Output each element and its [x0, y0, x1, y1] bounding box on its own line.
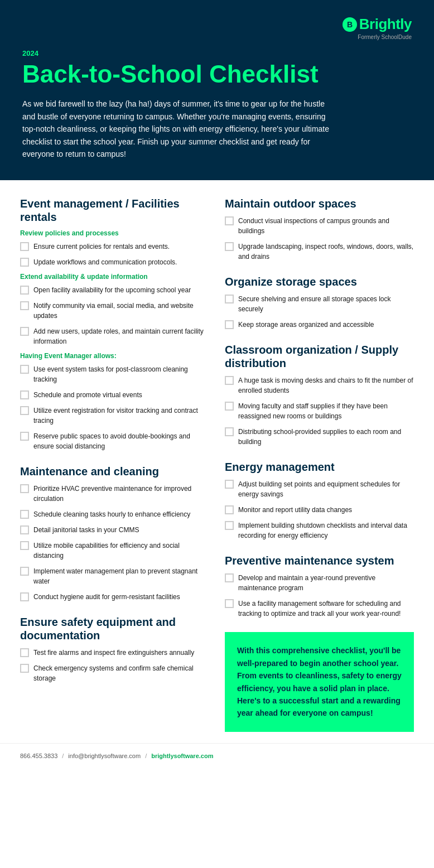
- checklist-item: Moving faculty and staff supplies if the…: [225, 401, 414, 421]
- checklist-item: Upgrade landscaping, inspect roofs, wind…: [225, 242, 414, 262]
- section-classroom-organization: Classroom organization / Supply distribu…: [225, 343, 414, 447]
- footer-website[interactable]: brightlysoftware.com: [151, 753, 213, 759]
- checkbox[interactable]: [225, 599, 234, 608]
- item-text: Open facility availability for the upcom…: [33, 285, 191, 295]
- item-text: Schedule and promote virtual events: [33, 390, 142, 400]
- checklist-item: A huge task is moving desks and chairs t…: [225, 375, 414, 396]
- checklist-item: Open facility availability for the upcom…: [20, 285, 209, 295]
- checkbox[interactable]: [225, 505, 234, 514]
- checkbox[interactable]: [20, 592, 29, 601]
- checkbox[interactable]: [225, 521, 234, 530]
- item-text: Update workflows and communication proto…: [33, 257, 177, 267]
- section-title-classroom-organization: Classroom organization / Supply distribu…: [225, 343, 414, 370]
- callout-box: With this comprehensive checklist, you'l…: [225, 632, 414, 731]
- footer-sep1: /: [62, 753, 64, 759]
- checkbox[interactable]: [20, 648, 29, 657]
- subsection-label-event-management-1: Extend availability & update information: [20, 273, 209, 281]
- checkbox[interactable]: [20, 525, 29, 534]
- year-label: 2024: [22, 49, 412, 57]
- header-description: As we bid farewell to the lazy (ha ha!) …: [22, 98, 335, 160]
- checkbox[interactable]: [20, 541, 29, 550]
- item-text: Detail janitorial tasks in your CMMS: [33, 525, 139, 535]
- checkbox[interactable]: [20, 664, 29, 673]
- checkbox[interactable]: [225, 480, 234, 489]
- section-title-maintenance-cleaning: Maintenance and cleaning: [20, 465, 209, 478]
- item-text: Implement water management plan to preve…: [33, 566, 209, 586]
- checkbox[interactable]: [20, 327, 29, 336]
- checkbox[interactable]: [225, 402, 234, 411]
- checkbox[interactable]: [225, 376, 234, 385]
- item-text: Adjust building set points and equipment…: [238, 479, 414, 499]
- checklist-item: Detail janitorial tasks in your CMMS: [20, 525, 209, 535]
- item-text: Utilize mobile capabilities for efficien…: [33, 541, 209, 561]
- checklist-item: Conduct hygiene audit for germ-resistant…: [20, 592, 209, 602]
- checkbox[interactable]: [225, 573, 234, 582]
- section-maintenance-cleaning: Maintenance and cleaningPrioritize HVAC …: [20, 465, 209, 602]
- checkbox[interactable]: [20, 242, 29, 251]
- checklist-item: Use a facility management software for s…: [225, 599, 414, 619]
- checklist-item: Add new users, update roles, and maintai…: [20, 326, 209, 346]
- left-column: Event management / Facilities rentalsRev…: [20, 197, 209, 731]
- item-text: Develop and maintain a year-round preven…: [238, 573, 414, 593]
- checkbox[interactable]: [20, 510, 29, 519]
- checklist-item: Adjust building set points and equipment…: [225, 479, 414, 499]
- checklist-item: Utilize event registration for visitor t…: [20, 406, 209, 426]
- section-title-safety-equipment: Ensure safety equipment and documentatio…: [20, 615, 209, 642]
- item-text: Monitor and report utility data changes: [238, 505, 352, 515]
- checklist-item: Prioritize HVAC preventive maintenance f…: [20, 484, 209, 504]
- checkbox[interactable]: [20, 258, 29, 267]
- checklist-item: Ensure current policies for rentals and …: [20, 242, 209, 252]
- checkbox[interactable]: [20, 484, 29, 493]
- logo-subtitle: Formerly SchoolDude: [343, 34, 412, 40]
- item-text: Check emergency systems and confirm safe…: [33, 663, 209, 683]
- checkbox[interactable]: [20, 390, 29, 399]
- checkbox[interactable]: [20, 567, 29, 576]
- right-column: Maintain outdoor spacesConduct visual in…: [225, 197, 414, 731]
- checkbox[interactable]: [225, 295, 234, 303]
- item-text: Reserve public spaces to avoid double-bo…: [33, 431, 209, 451]
- section-title-event-management: Event management / Facilities rentals: [20, 197, 209, 224]
- checkbox[interactable]: [225, 320, 234, 329]
- item-text: Upgrade landscaping, inspect roofs, wind…: [238, 242, 414, 262]
- checkbox[interactable]: [20, 406, 29, 415]
- checklist-item: Test fire alarms and inspect fire exting…: [20, 648, 209, 658]
- item-text: Ensure current policies for rentals and …: [33, 242, 170, 252]
- main-title: Back-to-School Checklist: [22, 61, 412, 88]
- checkbox[interactable]: [20, 432, 29, 441]
- checklist-item: Schedule cleaning tasks hourly to enhanc…: [20, 509, 209, 519]
- checkbox[interactable]: [20, 301, 29, 310]
- section-event-management: Event management / Facilities rentalsRev…: [20, 197, 209, 451]
- footer-email: info@brightlysoftware.com: [68, 753, 141, 759]
- logo-container: B Brightly Formerly SchoolDude: [343, 16, 412, 40]
- item-text: Distributing school-provided supplies to…: [238, 427, 414, 447]
- checklist-item: Implement building shutdown checklists a…: [225, 520, 414, 541]
- section-title-outdoor-spaces: Maintain outdoor spaces: [225, 197, 414, 210]
- checkbox[interactable]: [20, 365, 29, 374]
- checkbox[interactable]: [20, 286, 29, 295]
- section-energy-management: Energy managementAdjust building set poi…: [225, 460, 414, 541]
- item-text: Utilize event registration for visitor t…: [33, 406, 209, 426]
- checklist-item: Monitor and report utility data changes: [225, 505, 414, 515]
- checklist-item: Use event system tasks for post-classroo…: [20, 364, 209, 384]
- logo-icon: B: [343, 17, 357, 32]
- header: B Brightly Formerly SchoolDude 2024 Back…: [0, 0, 434, 180]
- checklist-item: Update workflows and communication proto…: [20, 257, 209, 267]
- section-title-energy-management: Energy management: [225, 460, 414, 474]
- section-safety-equipment: Ensure safety equipment and documentatio…: [20, 615, 209, 683]
- item-text: Conduct hygiene audit for germ-resistant…: [33, 592, 180, 602]
- footer-phone: 866.455.3833: [20, 753, 57, 759]
- checklist-item: Notify community via email, social media…: [20, 301, 209, 321]
- item-text: Conduct visual inspections of campus gro…: [238, 216, 414, 236]
- item-text: A huge task is moving desks and chairs t…: [238, 375, 414, 396]
- checkbox[interactable]: [225, 242, 234, 251]
- item-text: Use event system tasks for post-classroo…: [33, 364, 209, 384]
- checklist-item: Secure shelving and ensure all storage s…: [225, 294, 414, 314]
- checklist-item: Conduct visual inspections of campus gro…: [225, 216, 414, 236]
- checkbox[interactable]: [225, 427, 234, 436]
- checkbox[interactable]: [225, 216, 234, 225]
- section-preventive-maintenance: Preventive maintenance systemDevelop and…: [225, 554, 414, 619]
- section-storage-spaces: Organize storage spacesSecure shelving a…: [225, 275, 414, 330]
- item-text: Use a facility management software for s…: [238, 599, 414, 619]
- item-text: Prioritize HVAC preventive maintenance f…: [33, 484, 209, 504]
- item-text: Add new users, update roles, and maintai…: [33, 326, 209, 346]
